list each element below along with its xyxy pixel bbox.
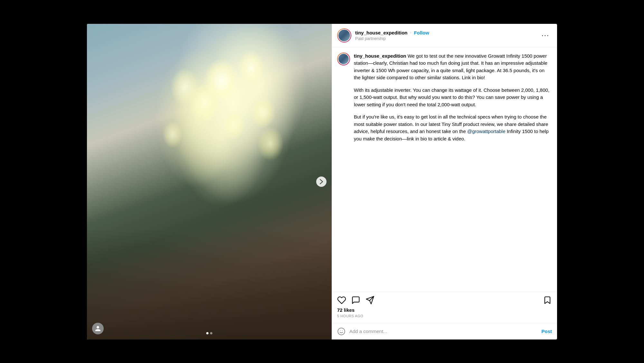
image-dot-indicators	[206, 332, 213, 334]
dot-1[interactable]	[206, 332, 209, 334]
emoji-button[interactable]	[337, 327, 346, 336]
image-panel	[87, 24, 332, 339]
content-panel: tiny_house_expedition · Follow Paid part…	[332, 24, 557, 339]
caption-paragraph-2: With its adjustable inverter. You can ch…	[354, 87, 552, 109]
svg-point-2	[338, 328, 345, 335]
action-icons-row	[337, 296, 552, 305]
follow-button[interactable]: Follow	[414, 30, 429, 35]
paid-partnership-label: Paid partnership	[355, 36, 539, 41]
user-avatar-bottom[interactable]	[92, 323, 104, 334]
caption-paragraph-3: But if you're like us, it's easy to get …	[354, 113, 552, 142]
caption-username[interactable]: tiny_house_expedition	[354, 53, 406, 59]
header-info: tiny_house_expedition · Follow Paid part…	[355, 30, 539, 41]
share-button[interactable]	[365, 296, 374, 305]
mention-link[interactable]: @growattportable	[467, 129, 506, 134]
dot-2[interactable]	[210, 332, 213, 334]
caption-avatar-wrapper[interactable]	[337, 53, 350, 65]
next-image-button[interactable]	[316, 177, 327, 187]
comment-button[interactable]	[351, 296, 360, 305]
save-button[interactable]	[543, 296, 552, 305]
caption-text-block: tiny_house_expedition We got to test out…	[354, 53, 552, 148]
more-options-button[interactable]: ···	[539, 30, 552, 41]
header-username[interactable]: tiny_house_expedition	[355, 30, 408, 35]
header-separator: ·	[410, 30, 412, 35]
header-avatar-wrapper[interactable]	[337, 28, 351, 43]
likes-count: 72 likes	[337, 307, 552, 313]
caption-paragraph-1: tiny_house_expedition We got to test out…	[354, 53, 552, 81]
like-button[interactable]	[337, 296, 346, 305]
comment-input[interactable]	[349, 329, 537, 334]
caption-block: tiny_house_expedition We got to test out…	[337, 53, 552, 148]
comment-section: Post	[332, 323, 557, 339]
post-comment-button[interactable]: Post	[541, 329, 552, 334]
post-header: tiny_house_expedition · Follow Paid part…	[332, 24, 557, 47]
caption-area: tiny_house_expedition We got to test out…	[332, 47, 557, 291]
header-username-row: tiny_house_expedition · Follow	[355, 30, 539, 35]
header-avatar	[338, 29, 351, 42]
post-container: tiny_house_expedition · Follow Paid part…	[87, 24, 557, 339]
caption-avatar	[338, 53, 349, 65]
timestamp: 5 hours ago	[337, 314, 552, 318]
post-photo	[87, 24, 332, 339]
actions-bar: 72 likes 5 hours ago	[332, 291, 557, 323]
